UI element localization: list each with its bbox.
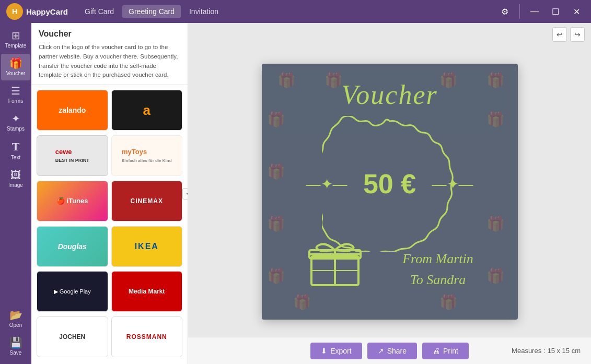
voucher-card-cinemax[interactable]: CINEMAX: [111, 181, 183, 221]
voucher-card-ikea[interactable]: IKEA: [111, 226, 183, 267]
minimize-button[interactable]: —: [526, 3, 543, 20]
bg-icon-10: 🎁: [293, 293, 311, 311]
title-bar-right: ⚙ — ☐ ✕: [496, 3, 585, 20]
sidebar-item-stamps-label: Stamps: [7, 126, 25, 132]
tab-invitation[interactable]: Invitation: [183, 5, 225, 18]
sidebar-item-open[interactable]: 📂 Open: [1, 306, 30, 332]
voucher-grid: zalando a ceweBEST IN PRINT myToysEinfac…: [31, 85, 188, 364]
mediamarkt-label: Media Markt: [129, 288, 165, 295]
sidebar-item-image-label: Image: [8, 182, 23, 188]
nav-tabs: Gift Card Greeting Card Invitation: [78, 5, 225, 18]
itunes-label: 🍎 iTunes: [56, 197, 88, 205]
bg-icon-8: 🎁: [267, 215, 285, 232]
voucher-panel: Voucher Click on the logo of the voucher…: [31, 23, 188, 364]
measures-value: 15 x 15 cm: [547, 347, 581, 355]
bg-icon-11: 🎁: [439, 293, 458, 311]
voucher-card-mediamarkt[interactable]: Media Markt: [111, 271, 183, 312]
icon-sidebar: ⊞ Template 🎁 Voucher ☰ Forms ✦ Stamps T …: [0, 23, 31, 364]
gift-box-icon: [306, 231, 364, 291]
redo-button[interactable]: ↪: [570, 27, 585, 42]
app-name: HappyCard: [26, 7, 68, 16]
douglas-label: Douglas: [58, 242, 87, 251]
sidebar-item-forms[interactable]: ☰ Forms: [1, 81, 30, 108]
voucher-card-cewe[interactable]: ceweBEST IN PRINT: [37, 135, 108, 176]
bottom-toolbar: ⬇ Export ↗ Share 🖨 Print Measures : 15 x…: [188, 337, 591, 364]
from-text: From Martin: [369, 249, 507, 269]
bottom-actions: ⬇ Export ↗ Share 🖨 Print: [310, 343, 469, 359]
export-icon: ⬇: [321, 347, 327, 355]
voucher-card-jochen[interactable]: JOCHEN: [37, 316, 108, 357]
voucher-card-zalando[interactable]: zalando: [37, 90, 108, 131]
zalando-label: zalando: [55, 103, 89, 118]
amazon-label: a: [143, 102, 150, 119]
stamps-icon: ✦: [11, 113, 20, 124]
tab-gift-card[interactable]: Gift Card: [78, 5, 120, 18]
sidebar-item-stamps[interactable]: ✦ Stamps: [1, 109, 30, 136]
badge-amount: 50 €: [363, 168, 416, 199]
sparkle-left: —✦—: [306, 175, 347, 192]
panel-collapse-button[interactable]: ◀: [182, 188, 188, 199]
sparkle-right: —✦—: [432, 175, 473, 192]
cinemax-label: CINEMAX: [131, 197, 163, 205]
voucher-card-rossmann[interactable]: ROSSMANN: [111, 316, 183, 357]
badge-container: 50 € —✦— —✦—: [327, 121, 453, 246]
jochen-label: JOCHEN: [59, 333, 85, 340]
sidebar-item-text-label: Text: [11, 155, 20, 160]
measures-label: Measures :: [512, 347, 545, 355]
image-icon: 🖼: [10, 170, 21, 180]
voucher-panel-description: Click on the logo of the voucher card to…: [39, 43, 180, 80]
title-bar: H HappyCard Gift Card Greeting Card Invi…: [0, 0, 591, 23]
voucher-card-google[interactable]: ▶ Google Play: [37, 271, 108, 312]
template-icon: ⊞: [11, 30, 20, 41]
from-to-container: From Martin To Sandra: [369, 249, 507, 291]
bg-icon-9: 🎁: [267, 267, 285, 285]
print-label: Print: [443, 347, 458, 355]
bg-icon-12: 🎁: [486, 215, 505, 232]
bg-icon-6: 🎁: [486, 111, 505, 128]
voucher-icon: 🎁: [9, 58, 22, 68]
rossmann-label: ROSSMANN: [126, 333, 167, 340]
voucher-card-mytoys[interactable]: myToysEinfach alles für die Kind: [111, 135, 183, 176]
bg-icon-7: 🎁: [267, 163, 285, 180]
sidebar-item-template[interactable]: ⊞ Template: [1, 26, 30, 53]
print-icon: 🖨: [433, 347, 440, 355]
voucher-panel-header: Voucher Click on the logo of the voucher…: [31, 23, 188, 85]
sidebar-item-open-label: Open: [9, 322, 22, 328]
app-logo: H HappyCard: [6, 3, 68, 20]
logo-icon: H: [6, 3, 23, 20]
open-icon: 📂: [9, 310, 22, 320]
export-label: Export: [330, 347, 351, 355]
title-bar-left: H HappyCard Gift Card Greeting Card Invi…: [6, 3, 225, 20]
ikea-label: IKEA: [135, 242, 159, 251]
print-button[interactable]: 🖨 Print: [422, 343, 469, 359]
sidebar-item-image[interactable]: 🖼 Image: [1, 166, 30, 192]
canvas-area: ↩ ↪ 🎁 🎁 🎁 🎁 🎁 🎁 🎁 🎁 🎁 🎁 🎁: [188, 23, 591, 364]
to-text: To Sandra: [369, 269, 507, 290]
google-label: ▶ Google Play: [54, 288, 91, 295]
tab-greeting-card[interactable]: Greeting Card: [122, 5, 181, 18]
voucher-canvas[interactable]: 🎁 🎁 🎁 🎁 🎁 🎁 🎁 🎁 🎁 🎁 🎁 🎁 🎁 Voucher: [262, 64, 518, 320]
sidebar-item-template-label: Template: [5, 43, 27, 49]
settings-button[interactable]: ⚙: [496, 3, 513, 20]
voucher-panel-title: Voucher: [39, 29, 180, 39]
mytoys-label: myToysEinfach alles für die Kind: [122, 148, 172, 163]
sidebar-item-forms-label: Forms: [8, 98, 23, 104]
canvas-toolbar: ↩ ↪: [188, 23, 591, 46]
voucher-card-douglas[interactable]: Douglas: [37, 226, 108, 267]
undo-button[interactable]: ↩: [552, 27, 567, 42]
bg-icon-5: 🎁: [267, 111, 285, 128]
sidebar-item-voucher-label: Voucher: [6, 71, 26, 76]
sidebar-item-save[interactable]: 💾 Save: [1, 333, 30, 360]
canvas-wrapper: 🎁 🎁 🎁 🎁 🎁 🎁 🎁 🎁 🎁 🎁 🎁 🎁 🎁 Voucher: [188, 46, 591, 337]
save-icon: 💾: [9, 337, 22, 348]
sidebar-item-voucher[interactable]: 🎁 Voucher: [1, 54, 30, 80]
forms-icon: ☰: [11, 86, 20, 96]
voucher-card-itunes[interactable]: 🍎 iTunes: [37, 181, 108, 221]
voucher-card-amazon[interactable]: a: [111, 90, 183, 131]
close-button[interactable]: ✕: [568, 3, 585, 20]
sidebar-item-text[interactable]: T Text: [1, 137, 30, 165]
cewe-label: ceweBEST IN PRINT: [55, 148, 89, 163]
maximize-button[interactable]: ☐: [547, 3, 564, 20]
export-button[interactable]: ⬇ Export: [310, 343, 362, 359]
share-button[interactable]: ↗ Share: [367, 343, 417, 359]
